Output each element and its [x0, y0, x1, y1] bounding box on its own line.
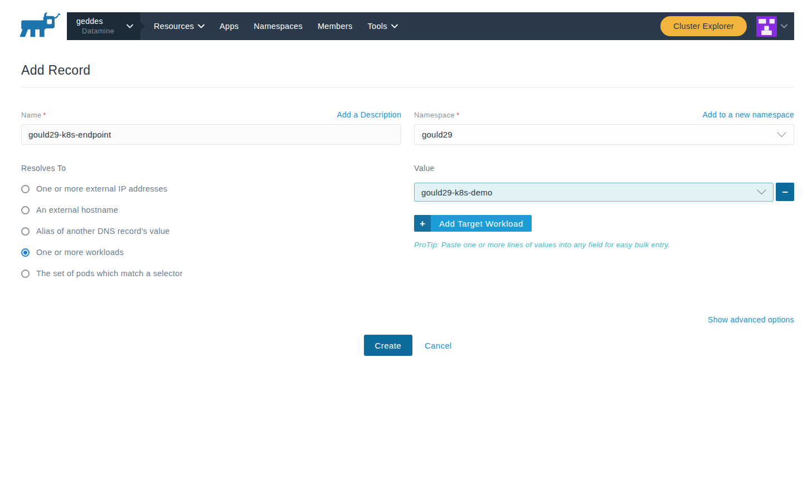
nav-item-namespaces[interactable]: Namespaces — [254, 22, 303, 31]
nav-item-tools[interactable]: Tools — [367, 22, 397, 31]
cluster-project-selector[interactable]: geddes Datamine — [67, 12, 140, 40]
cluster-project-text: geddes Datamine — [76, 16, 114, 36]
add-description-link[interactable]: Add a Description — [337, 110, 401, 119]
cancel-button[interactable]: Cancel — [425, 341, 452, 350]
project-name: Datamine — [76, 27, 114, 36]
radio-label: An external hostname — [36, 205, 118, 214]
resolves-option-4[interactable]: The set of pods which match a selector — [21, 269, 401, 278]
remove-value-button[interactable]: − — [776, 183, 794, 201]
add-new-namespace-link[interactable]: Add to a new namespace — [702, 110, 794, 119]
chevron-down-icon — [391, 24, 398, 28]
name-field-group: Name* Add a Description — [21, 109, 401, 145]
add-target-workload-label: Add Target Workload — [431, 215, 532, 232]
chevron-down-icon — [777, 132, 786, 138]
radio-label: Alias of another DNS record's value — [36, 227, 170, 236]
chevron-down-icon — [198, 24, 205, 28]
namespace-selected-value: gould29 — [422, 130, 453, 139]
nav-item-members[interactable]: Members — [318, 22, 353, 31]
target-workload-select[interactable]: gould29-k8s-demo — [414, 183, 774, 202]
divider — [21, 87, 794, 88]
name-input[interactable] — [21, 124, 401, 145]
nav-item-label: Resources — [154, 22, 194, 31]
name-label: Name* — [21, 111, 46, 119]
rancher-bull-icon — [17, 12, 61, 41]
rancher-logo[interactable] — [17, 12, 61, 41]
create-button[interactable]: Create — [364, 335, 412, 356]
value-label: Value — [414, 164, 794, 173]
resolves-option-0[interactable]: One or more external IP addresses — [21, 184, 401, 193]
namespace-field-group: Namespace* Add to a new namespace gould2… — [414, 109, 794, 145]
advanced-options-row: Show advanced options — [21, 315, 794, 325]
page-title: Add Record — [21, 63, 794, 78]
nav-item-label: Members — [318, 22, 353, 31]
radio-icon[interactable] — [21, 270, 30, 278]
cluster-name: geddes — [76, 16, 114, 26]
form-row-2: Resolves To One or more external IP addr… — [21, 164, 794, 278]
identicon-icon — [756, 16, 777, 37]
form-row-1: Name* Add a Description Namespace* Add t… — [21, 109, 794, 145]
cluster-explorer-button[interactable]: Cluster Explorer — [660, 16, 747, 36]
nav-menu: ResourcesAppsNamespacesMembersTools — [154, 22, 398, 31]
nav-item-apps[interactable]: Apps — [220, 22, 239, 31]
add-target-workload-button[interactable]: + Add Target Workload — [414, 215, 532, 232]
namespace-select[interactable]: gould29 — [414, 124, 794, 145]
resolves-option-3[interactable]: One or more workloads — [21, 248, 401, 257]
radio-icon[interactable] — [21, 206, 30, 214]
radio-label: One or more external IP addresses — [36, 184, 167, 193]
plus-icon: + — [414, 215, 431, 232]
main-navbar: geddes Datamine ResourcesAppsNamespacesM… — [67, 12, 794, 40]
main-content: Add Record Name* Add a Description Names… — [0, 63, 812, 356]
show-advanced-options-link[interactable]: Show advanced options — [708, 315, 794, 324]
form-actions: Create Cancel — [21, 335, 794, 356]
required-asterisk: * — [456, 111, 459, 119]
value-row: gould29-k8s-demo − — [414, 183, 794, 202]
nav-item-label: Namespaces — [254, 22, 303, 31]
radio-selected-icon[interactable] — [21, 248, 30, 257]
required-asterisk: * — [43, 111, 46, 119]
radio-icon[interactable] — [21, 227, 30, 236]
resolves-to-group: Resolves To One or more external IP addr… — [21, 164, 401, 278]
nav-item-resources[interactable]: Resources — [154, 22, 205, 31]
minus-icon: − — [782, 187, 788, 197]
topbar: geddes Datamine ResourcesAppsNamespacesM… — [0, 0, 812, 40]
radio-label: One or more workloads — [36, 248, 124, 257]
navbar-right: Cluster Explorer — [660, 16, 794, 37]
chevron-down-icon — [127, 24, 133, 28]
resolves-to-label: Resolves To — [21, 164, 401, 173]
app-root: geddes Datamine ResourcesAppsNamespacesM… — [0, 0, 812, 356]
chevron-down-icon — [757, 189, 766, 195]
resolves-option-2[interactable]: Alias of another DNS record's value — [21, 227, 401, 236]
protip-text: ProTip: Paste one or more lines of value… — [414, 241, 794, 249]
radio-label: The set of pods which match a selector — [36, 269, 183, 278]
namespace-label: Namespace* — [414, 111, 459, 119]
radio-icon[interactable] — [21, 185, 30, 193]
user-menu-chevron-icon[interactable] — [781, 24, 787, 28]
resolves-to-options: One or more external IP addressesAn exte… — [21, 184, 401, 278]
value-group: Value gould29-k8s-demo − + Add Target Wo… — [414, 164, 794, 278]
nav-item-label: Tools — [367, 22, 387, 31]
user-avatar[interactable] — [756, 16, 777, 37]
nav-item-label: Apps — [220, 22, 239, 31]
resolves-option-1[interactable]: An external hostname — [21, 205, 401, 214]
target-workload-selected-value: gould29-k8s-demo — [421, 188, 492, 197]
